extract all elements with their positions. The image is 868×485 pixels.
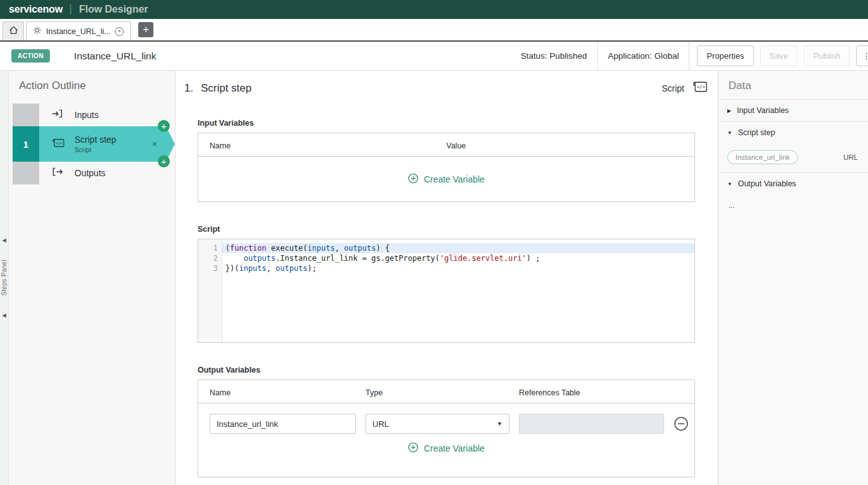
code-line[interactable]: 3})(inputs, outputs); [198,263,694,273]
outputs-label: Outputs [74,168,105,178]
data-section-label: Input Variables [737,106,788,115]
ov-col-name: Name [210,388,356,397]
create-output-variable-link[interactable]: Create Variable [408,442,484,455]
output-variable-row: URL ▼ [198,414,694,434]
output-variables-title: Output Variables [198,366,695,374]
chevron-down-icon[interactable]: ▼ [727,130,732,136]
variable-type-select[interactable]: URL ▼ [366,414,509,434]
servicenow-logo: servicenow [9,4,62,15]
data-section-output-variables[interactable]: ▼ Output Variables [718,172,868,195]
iv-col-value: Value [446,141,683,150]
action-bar-right: Status: Published Application: Global Pr… [511,42,868,70]
step-heading-title: Script step [201,82,251,95]
divider [689,42,689,70]
step-remove-icon[interactable]: × [152,139,157,149]
output-variables-placeholder: ... [718,195,868,216]
selected-type-value: URL [372,419,389,429]
input-variables-box: Name Value Create Variable [198,133,695,202]
step-number-tile: 1 [13,126,39,162]
action-gear-icon [33,26,42,37]
action-header-bar: ACTION Instance_URL_link Status: Publish… [0,42,868,71]
step-subtitle: Script [74,146,116,153]
script-code-editor[interactable]: 1(function execute(inputs, outputs) {2 o… [198,239,695,343]
step-title: Script step [74,135,116,145]
data-panel-title: Data [718,71,868,99]
ov-col-type: Type [366,388,509,397]
remove-variable-button[interactable] [674,416,689,431]
steps-panel-collapsed[interactable]: ◀ Steps Panel ◀ [0,71,9,485]
data-section-label: Output Variables [738,179,796,188]
collapse-left-icon[interactable]: ◀ [2,237,6,243]
data-pill-type: URL [843,153,858,161]
outputs-slot-tile [13,162,39,184]
outline-rows: Inputs 1 </> Script step Script × [9,104,175,184]
create-input-variable-link[interactable]: Create Variable [408,173,484,186]
plus-circle-icon [408,173,419,186]
ov-col-references: References Table [519,388,664,397]
step-heading-number: 1. [184,82,193,95]
data-panel: Data ▶ Input Variables ▼ Script step Ins… [718,71,868,485]
step-config-panel: 1. Script step Script </> Input Variable… [175,71,718,485]
script-scroll-icon: </> [692,80,709,96]
plus-circle-icon [408,442,419,455]
code-line[interactable]: 2 outputs.Instance_url_link = gs.getProp… [198,253,694,263]
outline-title: Action Outline [9,71,175,99]
properties-button[interactable]: Properties [697,45,753,66]
steps-panel-label: Steps Panel [1,260,8,296]
inputs-icon [52,109,63,121]
tab-instance-url-link[interactable]: Instance_URL_li... × [26,21,131,40]
data-section-script-step[interactable]: ▼ Script step [718,121,868,143]
inputs-slot-tile [13,104,39,126]
add-step-below-button[interactable]: + [158,155,170,167]
tab-strip: Instance_URL_li... × + [0,19,868,42]
data-section-label: Script step [738,128,775,137]
script-step-data-row: Instance_url_link URL [718,143,868,172]
home-tab[interactable] [3,21,24,40]
step-heading-row: 1. Script step Script </> [175,71,718,96]
status-text: Status: Published [511,51,597,61]
chevron-down-icon: ▼ [497,421,502,427]
application-text: Application: Global [598,51,689,61]
tab-close-icon[interactable]: × [115,27,124,36]
code-text: (function execute(inputs, outputs) { [222,243,694,253]
code-text: })(inputs, outputs); [222,263,694,273]
svg-text:</>: </> [697,84,706,90]
save-button[interactable]: Save [760,45,798,66]
step-type-label: Script [662,83,684,93]
chevron-down-icon[interactable]: ▼ [727,181,732,187]
code-text: outputs.Instance_url_link = gs.getProper… [222,253,694,263]
line-number: 3 [198,263,222,273]
product-title: Flow Designer [79,4,148,15]
add-step-above-button[interactable]: + [158,120,170,132]
references-table-input[interactable] [519,414,664,434]
home-icon [9,26,18,37]
outline-item-outputs[interactable]: Outputs [13,162,175,184]
line-number: 2 [198,253,222,263]
outline-item-inputs[interactable]: Inputs [13,104,175,126]
tab-label: Instance_URL_li... [46,27,110,36]
inputs-label: Inputs [74,110,98,120]
new-tab-button[interactable]: + [138,22,153,37]
data-section-input-variables[interactable]: ▶ Input Variables [718,99,868,121]
outline-item-script-step[interactable]: 1 </> Script step Script × [13,126,175,162]
input-variables-title: Input Variables [198,119,695,128]
script-section-title: Script [198,225,695,234]
output-variables-box: Name Type References Table URL ▼ [198,380,695,477]
data-pill-instance-url-link[interactable]: Instance_url_link [727,150,798,164]
workspace: ◀ Steps Panel ◀ Action Outline Inputs 1 [0,71,868,485]
create-variable-label: Create Variable [424,443,484,453]
outputs-icon [52,167,63,179]
action-type-badge: ACTION [11,49,50,63]
chevron-right-icon[interactable]: ▶ [727,108,731,114]
line-number: 1 [198,243,222,253]
svg-text:</>: </> [56,141,63,145]
publish-button[interactable]: Publish [804,45,850,66]
action-title: Instance_URL_link [74,51,156,62]
more-menu-button[interactable]: ⋮ [856,45,868,66]
brand-header: servicenow Flow Designer [0,0,868,19]
variable-name-input[interactable] [210,414,356,434]
code-line[interactable]: 1(function execute(inputs, outputs) { [198,243,694,253]
action-outline-panel: Action Outline Inputs 1 </> [9,71,175,485]
collapse-left-icon[interactable]: ◀ [2,313,6,318]
iv-col-name: Name [210,141,446,150]
